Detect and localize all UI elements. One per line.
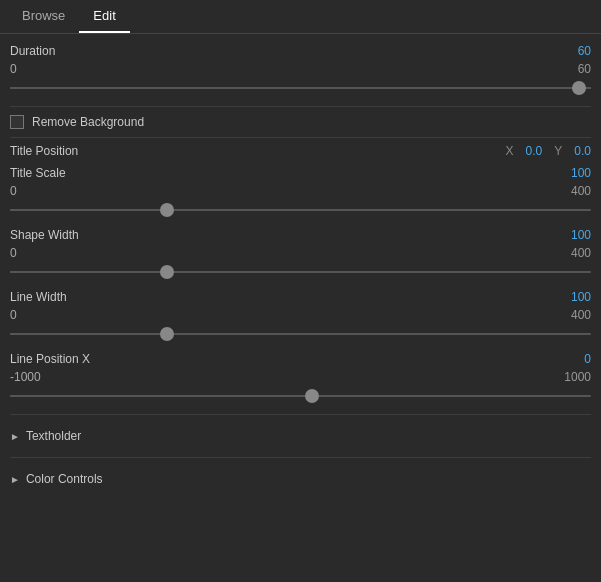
tab-edit[interactable]: Edit: [79, 0, 129, 33]
remove-background-checkbox[interactable]: [10, 115, 24, 129]
line-position-x-thumb[interactable]: [305, 389, 319, 403]
divider-1: [10, 106, 591, 107]
textholder-label: Textholder: [26, 429, 81, 443]
title-scale-thumb[interactable]: [160, 203, 174, 217]
divider-2: [10, 137, 591, 138]
shape-width-fill: [10, 271, 167, 273]
title-scale-slider[interactable]: [10, 200, 591, 220]
line-position-x-min: -1000: [10, 370, 41, 384]
title-scale-current: 0: [10, 184, 17, 198]
line-width-minmax: 0 400: [10, 308, 591, 322]
duration-track: [10, 87, 591, 89]
title-scale-max: 400: [571, 184, 591, 198]
title-position-row: Title Position X 0.0 Y 0.0: [10, 144, 591, 158]
title-scale-values: 100: [561, 166, 591, 180]
line-position-x-minmax: -1000 1000: [10, 370, 591, 384]
line-position-x-label: Line Position X: [10, 352, 561, 366]
title-position-label: Title Position: [10, 144, 506, 158]
duration-current: 0: [10, 62, 561, 76]
line-position-x-slider[interactable]: [10, 386, 591, 406]
shape-width-label: Shape Width: [10, 228, 561, 242]
shape-width-max: 400: [571, 246, 591, 260]
line-width-thumb[interactable]: [160, 327, 174, 341]
duration-values-row: 0 60: [10, 62, 591, 76]
line-width-fill: [10, 333, 167, 335]
color-controls-label: Color Controls: [26, 472, 103, 486]
divider-3: [10, 414, 591, 415]
title-scale-fill: [10, 209, 167, 211]
tabs-bar: Browse Edit: [0, 0, 601, 34]
shape-width-row: Shape Width 100: [10, 228, 591, 242]
line-position-x-row: Line Position X 0: [10, 352, 591, 366]
y-value[interactable]: 0.0: [574, 144, 591, 158]
shape-width-accent: 100: [561, 228, 591, 242]
shape-width-minmax: 0 400: [10, 246, 591, 260]
line-width-slider[interactable]: [10, 324, 591, 344]
duration-accent-value: 60: [561, 44, 591, 58]
line-position-x-track: [10, 395, 591, 397]
title-position-values: X 0.0 Y 0.0: [506, 144, 591, 158]
x-value[interactable]: 0.0: [526, 144, 543, 158]
shape-width-current: 0: [10, 246, 17, 260]
color-controls-chevron: ►: [10, 474, 20, 485]
shape-width-track: [10, 271, 591, 273]
y-label: Y: [554, 144, 562, 158]
line-width-accent: 100: [561, 290, 591, 304]
duration-label: Duration: [10, 44, 561, 58]
line-width-max: 400: [571, 308, 591, 322]
line-position-x-accent: 0: [561, 352, 591, 366]
line-width-row: Line Width 100: [10, 290, 591, 304]
line-width-track: [10, 333, 591, 335]
title-scale-track: [10, 209, 591, 211]
divider-4: [10, 457, 591, 458]
line-position-x-max: 1000: [564, 370, 591, 384]
title-scale-accent: 100: [561, 166, 591, 180]
duration-slider[interactable]: [10, 78, 591, 98]
tab-browse[interactable]: Browse: [8, 0, 79, 33]
title-scale-row: Title Scale 100: [10, 166, 591, 180]
remove-background-row: Remove Background: [10, 115, 591, 129]
line-position-x-fill: [10, 395, 312, 397]
duration-row: Duration 60: [10, 44, 591, 58]
line-width-current: 0: [10, 308, 17, 322]
textholder-chevron: ►: [10, 431, 20, 442]
title-scale-label: Title Scale: [10, 166, 561, 180]
color-controls-section[interactable]: ► Color Controls: [10, 464, 591, 494]
shape-width-thumb[interactable]: [160, 265, 174, 279]
remove-background-label: Remove Background: [32, 115, 591, 129]
shape-width-slider[interactable]: [10, 262, 591, 282]
line-width-label: Line Width: [10, 290, 561, 304]
duration-max: 60: [561, 62, 591, 76]
title-scale-minmax: 0 400: [10, 184, 591, 198]
duration-thumb[interactable]: [572, 81, 586, 95]
duration-fill: [10, 87, 591, 89]
x-label: X: [506, 144, 514, 158]
textholder-section[interactable]: ► Textholder: [10, 421, 591, 451]
